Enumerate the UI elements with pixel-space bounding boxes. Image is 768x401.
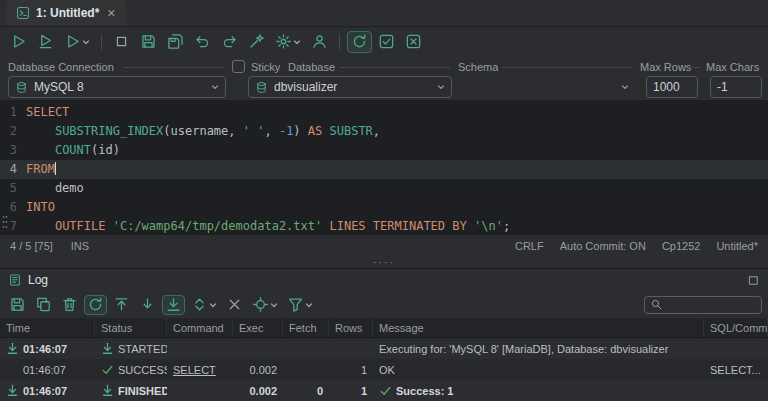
max-chars-input[interactable]	[710, 76, 762, 98]
database-connection-label: Database Connection	[8, 61, 114, 73]
filter-menu-button[interactable]	[284, 295, 316, 315]
log-row[interactable]: 01:46:07STARTEDExecuting for: 'MySQL 8' …	[0, 338, 768, 359]
expand-rows-menu-button[interactable]	[188, 295, 220, 315]
code-token: demo	[26, 181, 84, 195]
column-header-command[interactable]: Command	[167, 318, 233, 337]
locate-menu-button[interactable]	[249, 295, 281, 315]
log-cell-exec: 0.002	[233, 380, 283, 401]
code-token: '\n'	[474, 219, 503, 233]
log-panel: Log TimeStatusCommandExecFetchRow	[0, 268, 768, 401]
database-select[interactable]: dbvisualizer	[248, 76, 452, 98]
code-token: ,	[264, 124, 278, 138]
arrow-down-icon	[6, 342, 19, 355]
editor-line-3[interactable]: 3 COUNT(id)	[0, 141, 768, 160]
editor-line-2[interactable]: 2 SUBSTRING_INDEX(username, ' ', -1) AS …	[0, 122, 768, 141]
execute-current-button[interactable]	[33, 31, 58, 53]
code-token: INTO	[26, 200, 55, 214]
execute-button[interactable]	[6, 31, 31, 53]
log-table-header: TimeStatusCommandExecFetchRowsMessageSQL…	[0, 318, 768, 338]
status-text: FINISHED	[118, 385, 167, 397]
search-input[interactable]	[667, 299, 756, 311]
auto-commit-toggle[interactable]	[347, 31, 372, 53]
sticky-checkbox[interactable]	[232, 60, 245, 73]
editor-line-6[interactable]: 6INTO	[0, 198, 768, 217]
sql-editor[interactable]: 1SELECT2 SUBSTRING_INDEX(username, ' ', …	[0, 100, 768, 235]
save-as-button[interactable]	[163, 31, 188, 53]
line-number: 2	[0, 122, 26, 141]
stop-button[interactable]	[109, 31, 134, 53]
editor-line-1[interactable]: 1SELECT	[0, 103, 768, 122]
scroll-to-top-button[interactable]	[110, 295, 133, 315]
tail-log-toggle[interactable]	[162, 295, 185, 315]
message-text: Executing for: 'MySQL 8' [MariaDB], Data…	[379, 343, 668, 355]
command-link[interactable]: SELECT	[173, 364, 216, 376]
code-token	[467, 219, 474, 233]
max-rows-input[interactable]	[646, 76, 698, 98]
options-menu-button[interactable]	[271, 31, 305, 53]
log-cell-status: FINISHED	[95, 380, 167, 401]
column-header-fetch[interactable]: Fetch	[283, 318, 329, 337]
maximize-panel-button[interactable]	[747, 274, 760, 287]
editor-line-4[interactable]: 4FROM	[0, 160, 768, 179]
connection-select[interactable]: MySQL 8	[8, 76, 226, 98]
log-cell-command	[167, 338, 233, 359]
user-icon	[311, 33, 328, 50]
rows-text: 1	[361, 385, 367, 397]
log-row[interactable]: 01:46:07SUCCESSSELECT0.0021OKSELECT...	[0, 359, 768, 380]
commit-check-icon	[378, 33, 395, 50]
magic-wand-icon	[248, 33, 265, 50]
close-icon[interactable]: ×	[107, 6, 115, 20]
text-caret	[55, 162, 56, 175]
code-token: SELECT	[26, 105, 69, 119]
log-cell-time: 01:46:07	[0, 359, 95, 380]
save-button[interactable]	[136, 31, 161, 53]
save-log-button[interactable]	[6, 295, 29, 315]
editor-line-5[interactable]: 5 demo	[0, 179, 768, 198]
column-header-exec[interactable]: Exec	[233, 318, 283, 337]
log-cell-sql	[704, 380, 768, 401]
chevron-down-icon	[293, 38, 301, 46]
column-header-time[interactable]: Time	[0, 318, 95, 337]
clear-filter-button[interactable]	[223, 295, 246, 315]
rows-text: 1	[361, 364, 367, 376]
log-row[interactable]: 01:46:07FINISHED0.00201Success: 1	[0, 380, 768, 401]
code-token: 'C:/wamp64/tmp/demodata2.txt'	[113, 219, 323, 233]
insert-mode: INS	[71, 240, 89, 252]
tab-untitled[interactable]: 1: Untitled* ×	[6, 0, 126, 26]
scroll-to-bottom-button[interactable]	[136, 295, 159, 315]
database-icon	[255, 81, 268, 94]
status-right-group: CRLF Auto Commit: ON Cp1252 Untitled*	[515, 240, 758, 252]
editor-line-7[interactable]: 7 OUTFILE 'C:/wamp64/tmp/demodata2.txt' …	[0, 217, 768, 235]
code-token: ' '	[243, 124, 265, 138]
commit-button[interactable]	[374, 31, 399, 53]
play-cursor-icon	[37, 33, 54, 50]
divider-line	[340, 67, 450, 68]
column-header-rows[interactable]: Rows	[329, 318, 373, 337]
column-header-message[interactable]: Message	[373, 318, 704, 337]
execute-menu-button[interactable]	[60, 31, 94, 53]
log-search-field[interactable]	[644, 296, 762, 314]
refresh-icon	[351, 33, 368, 50]
column-header-status[interactable]: Status	[95, 318, 167, 337]
database-icon	[15, 81, 28, 94]
format-sql-button[interactable]	[244, 31, 269, 53]
check-icon	[379, 384, 392, 397]
panel-splitter[interactable]: ····	[0, 256, 768, 268]
undo-button[interactable]	[190, 31, 215, 53]
chevron-down-icon	[211, 83, 219, 91]
user-menu-button[interactable]	[307, 31, 332, 53]
auto-refresh-toggle[interactable]	[84, 295, 107, 315]
schema-select[interactable]	[462, 76, 636, 98]
column-header-sql-comm[interactable]: SQL/Comm	[704, 318, 768, 337]
code-token: (id)	[91, 143, 120, 157]
copy-log-button[interactable]	[32, 295, 55, 315]
save-icon	[140, 33, 157, 50]
time-text: 01:46:07	[23, 385, 67, 397]
max-chars-label: Max Chars	[706, 61, 759, 73]
clear-log-button[interactable]	[58, 295, 81, 315]
chevron-down-icon	[437, 83, 445, 91]
rollback-button[interactable]	[401, 31, 426, 53]
redo-button[interactable]	[217, 31, 242, 53]
code-text: INTO	[26, 198, 55, 217]
window-edge-grip[interactable]	[1, 215, 9, 232]
